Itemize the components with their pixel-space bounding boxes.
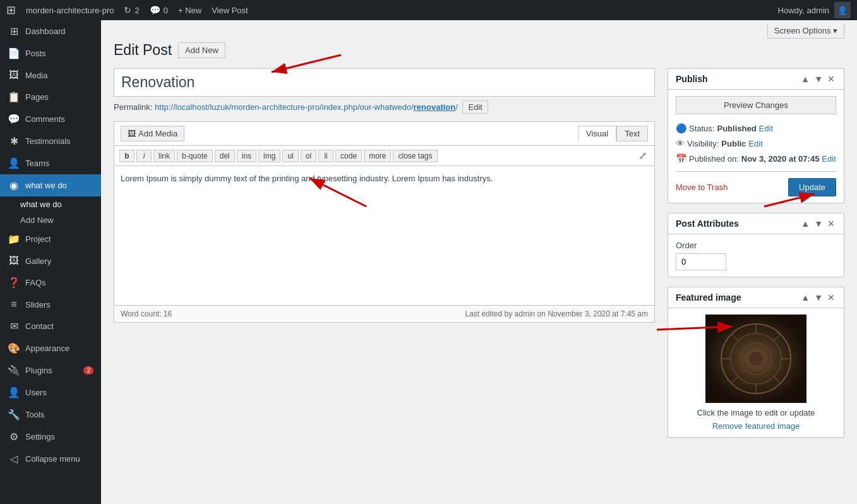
sidebar-item-settings[interactable]: ⚙ Settings bbox=[0, 426, 101, 448]
sidebar-item-project[interactable]: 📁 Project bbox=[0, 228, 101, 250]
sidebar-item-label: Contact bbox=[25, 321, 54, 331]
format-ul[interactable]: ul bbox=[282, 150, 298, 162]
sidebar-item-comments[interactable]: 💬 Comments bbox=[0, 108, 101, 130]
sidebar-item-what-we-do[interactable]: ◉ what we do bbox=[0, 174, 101, 196]
permalink-edit-button[interactable]: Edit bbox=[462, 100, 488, 114]
sidebar-item-appearance[interactable]: 🎨 Appearance bbox=[0, 337, 101, 359]
sidebar-item-collapse[interactable]: ◁ Collapse menu bbox=[0, 448, 101, 470]
format-bold[interactable]: b bbox=[119, 150, 135, 162]
sidebar-item-label: Posts bbox=[25, 49, 46, 58]
order-input[interactable] bbox=[676, 253, 726, 270]
add-media-label: Add Media bbox=[138, 129, 177, 138]
sidebar-item-pages[interactable]: 📋 Pages bbox=[0, 86, 101, 108]
wp-logo[interactable]: ⊞ bbox=[6, 3, 16, 17]
format-bquote[interactable]: b-quote bbox=[177, 150, 213, 162]
sidebar-submenu-add-new[interactable]: Add New bbox=[0, 212, 101, 228]
format-ol[interactable]: ol bbox=[301, 150, 316, 162]
media-icon: 🖼 bbox=[8, 69, 20, 81]
visual-text-tabs: Visual Text bbox=[578, 126, 648, 141]
sidebar-item-tools[interactable]: 🔧 Tools bbox=[0, 404, 101, 426]
visual-tab[interactable]: Visual bbox=[578, 126, 616, 141]
featured-collapse-up[interactable]: ▲ bbox=[800, 292, 811, 303]
sidebar-item-teams[interactable]: 👤 Teams bbox=[0, 152, 101, 174]
status-edit-link[interactable]: Edit bbox=[759, 124, 773, 133]
editor-toolbar-top: 🖼 Add Media Visual Text bbox=[114, 122, 654, 146]
dashboard-icon: ⊞ bbox=[8, 25, 20, 37]
sidebar-item-label: Media bbox=[25, 71, 47, 80]
publish-collapse-up[interactable]: ▲ bbox=[800, 74, 811, 84]
sidebar-item-label: Tools bbox=[25, 410, 44, 419]
view-post-label: View Post bbox=[212, 6, 248, 15]
add-new-button[interactable]: Add New bbox=[178, 42, 225, 58]
format-close-tags[interactable]: close tags bbox=[393, 150, 437, 162]
sidebar-item-faqs[interactable]: ❓ FAQs bbox=[0, 272, 101, 294]
sidebar-item-media[interactable]: 🖼 Media bbox=[0, 64, 101, 86]
testimonials-icon: ✱ bbox=[8, 135, 20, 147]
published-on-label: Published on: bbox=[689, 154, 739, 164]
move-to-trash-link[interactable]: Move to Trash bbox=[676, 183, 728, 192]
revisions-item[interactable]: ↻ 2 bbox=[124, 5, 139, 15]
post-attributes-box: Post Attributes ▲ ▼ ✕ Order bbox=[668, 213, 844, 277]
attributes-collapse-up[interactable]: ▲ bbox=[800, 219, 811, 229]
sidebar-item-label: Collapse menu bbox=[25, 454, 80, 464]
attributes-close[interactable]: ✕ bbox=[826, 219, 836, 229]
site-name[interactable]: morden-architecture-pro bbox=[26, 6, 114, 15]
comments-item[interactable]: 💬 0 bbox=[150, 5, 168, 15]
sidebar-item-sliders[interactable]: ≡ Sliders bbox=[0, 294, 101, 315]
sidebar-submenu-what-we-do[interactable]: what we do bbox=[0, 196, 101, 212]
featured-image-controls: ▲ ▼ ✕ bbox=[800, 292, 836, 303]
attributes-collapse-down[interactable]: ▼ bbox=[813, 219, 824, 229]
update-button[interactable]: Update bbox=[788, 178, 836, 196]
sidebar-item-posts[interactable]: 📄 Posts bbox=[0, 42, 101, 64]
remove-featured-image-link[interactable]: Remove featured image bbox=[712, 421, 800, 431]
sidebar-item-dashboard[interactable]: ⊞ Dashboard bbox=[0, 20, 101, 42]
add-media-button[interactable]: 🖼 Add Media bbox=[121, 126, 184, 141]
editor-footer: Word count: 16 Last edited by admin on N… bbox=[114, 305, 654, 322]
post-title-input[interactable] bbox=[114, 68, 655, 97]
sidebar-item-plugins[interactable]: 🔌 Plugins 2 bbox=[0, 359, 101, 381]
featured-image-title: Featured image bbox=[676, 292, 741, 303]
permalink-url[interactable]: http://localhost/luzuk/morden-architectu… bbox=[155, 102, 458, 112]
format-italic[interactable]: i bbox=[136, 150, 152, 162]
visibility-edit-link[interactable]: Edit bbox=[748, 139, 762, 148]
format-code[interactable]: code bbox=[335, 150, 362, 162]
sidebar-item-label: Teams bbox=[25, 159, 49, 168]
sidebar-item-contact[interactable]: ✉ Contact bbox=[0, 315, 101, 337]
sidebar-item-gallery[interactable]: 🖼 Gallery bbox=[0, 250, 101, 272]
sidebar-item-label: Gallery bbox=[25, 256, 51, 266]
text-tab[interactable]: Text bbox=[616, 126, 648, 141]
view-post-item[interactable]: View Post bbox=[212, 6, 248, 15]
sidebar-item-testimonials[interactable]: ✱ Testimonials bbox=[0, 130, 101, 152]
howdy-text: Howdy, admin bbox=[778, 6, 829, 15]
preview-changes-button[interactable]: Preview Changes bbox=[676, 96, 836, 114]
publish-close[interactable]: ✕ bbox=[826, 74, 836, 84]
edit-sidebar: Publish ▲ ▼ ✕ Preview Changes 🔵 Status: … bbox=[668, 68, 844, 447]
featured-image-preview[interactable] bbox=[705, 315, 806, 403]
format-li[interactable]: li bbox=[318, 150, 333, 162]
publish-footer: Move to Trash Update bbox=[676, 171, 836, 196]
featured-collapse-down[interactable]: ▼ bbox=[813, 292, 824, 303]
settings-icon: ⚙ bbox=[8, 431, 20, 443]
posts-icon: 📄 bbox=[8, 47, 20, 59]
published-on-edit-link[interactable]: Edit bbox=[822, 154, 836, 164]
format-ins[interactable]: ins bbox=[237, 150, 256, 162]
editor-box: 🖼 Add Media Visual Text b i link b-qu bbox=[114, 121, 655, 323]
sidebar-item-users[interactable]: 👤 Users bbox=[0, 381, 101, 404]
format-img[interactable]: img bbox=[258, 150, 280, 162]
expand-editor-button[interactable]: ⤢ bbox=[636, 148, 649, 163]
format-more[interactable]: more bbox=[364, 150, 391, 162]
editor-content[interactable]: Lorem Ipsum is simply dummy text of the … bbox=[114, 166, 654, 305]
sidebar-item-label: Sliders bbox=[25, 300, 51, 309]
sidebar-item-label: Settings bbox=[25, 432, 55, 441]
featured-close[interactable]: ✕ bbox=[826, 292, 836, 303]
new-item[interactable]: + New bbox=[178, 6, 201, 15]
user-avatar: 👤 bbox=[834, 2, 851, 18]
publish-collapse-down[interactable]: ▼ bbox=[813, 74, 824, 84]
format-del[interactable]: del bbox=[215, 150, 235, 162]
sidebar-item-label: what we do bbox=[25, 181, 67, 190]
sidebar-item-label: Pages bbox=[25, 92, 49, 102]
page-title: Edit Post bbox=[114, 42, 172, 59]
format-link[interactable]: link bbox=[153, 150, 175, 162]
screen-options-button[interactable]: Screen Options ▾ bbox=[767, 23, 844, 39]
page-header: Edit Post Add New bbox=[114, 42, 844, 59]
